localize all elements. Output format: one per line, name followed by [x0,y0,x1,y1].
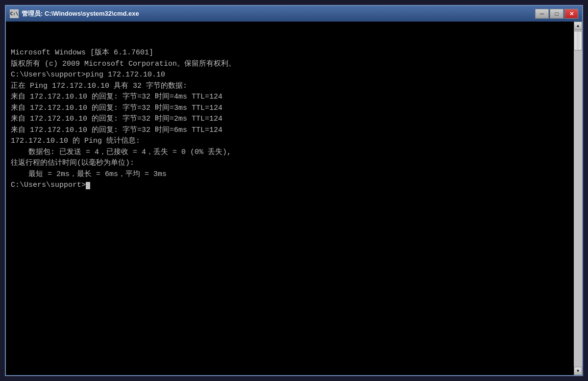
window-body: Microsoft Windows [版本 6.1.7601]版权所有 (c) … [6,22,582,375]
cmd-window: C:\ 管理员: C:\Windows\system32\cmd.exe ─ □… [5,5,583,376]
terminal-line: C:\Users\support>ping 172.172.10.10 [11,70,569,81]
terminal-line: 来自 172.172.10.10 的回复: 字节=32 时间=2ms TTL=1… [11,114,569,125]
terminal-line: 数据包: 已发送 = 4，已接收 = 4，丢失 = 0 (0% 丢失), [11,147,569,158]
terminal-line: 正在 Ping 172.172.10.10 具有 32 字节的数据: [11,81,569,92]
terminal-line: 172.172.10.10 的 Ping 统计信息: [11,136,569,147]
terminal-line: 往返行程的估计时间(以毫秒为单位): [11,158,569,169]
window-title: 管理员: C:\Windows\system32\cmd.exe [22,9,535,18]
minimize-button[interactable]: ─ [535,9,549,19]
terminal-output[interactable]: Microsoft Windows [版本 6.1.7601]版权所有 (c) … [6,22,574,375]
scrollbar[interactable]: ▲ ▼ [574,22,582,375]
title-bar: C:\ 管理员: C:\Windows\system32\cmd.exe ─ □… [6,6,582,22]
terminal-line: 来自 172.172.10.10 的回复: 字节=32 时间=4ms TTL=1… [11,92,569,103]
close-button[interactable]: ✕ [564,9,578,19]
terminal-line: 来自 172.172.10.10 的回复: 字节=32 时间=6ms TTL=1… [11,125,569,136]
terminal-line: Microsoft Windows [版本 6.1.7601] [11,48,569,59]
maximize-button[interactable]: □ [550,9,564,19]
scroll-up-button[interactable]: ▲ [574,22,582,30]
scrollbar-track[interactable] [574,30,582,367]
terminal-line: C:\Users\support> [11,180,569,191]
cmd-icon: C:\ [10,9,19,18]
terminal-line: 最短 = 2ms，最长 = 6ms，平均 = 3ms [11,169,569,180]
terminal-line: 来自 172.172.10.10 的回复: 字节=32 时间=3ms TTL=1… [11,103,569,114]
terminal-cursor [86,182,90,189]
scroll-down-button[interactable]: ▼ [574,367,582,375]
terminal-line: 版权所有 (c) 2009 Microsoft Corporation。保留所有… [11,59,569,70]
scrollbar-thumb[interactable] [574,31,582,51]
window-controls: ─ □ ✕ [535,9,578,19]
